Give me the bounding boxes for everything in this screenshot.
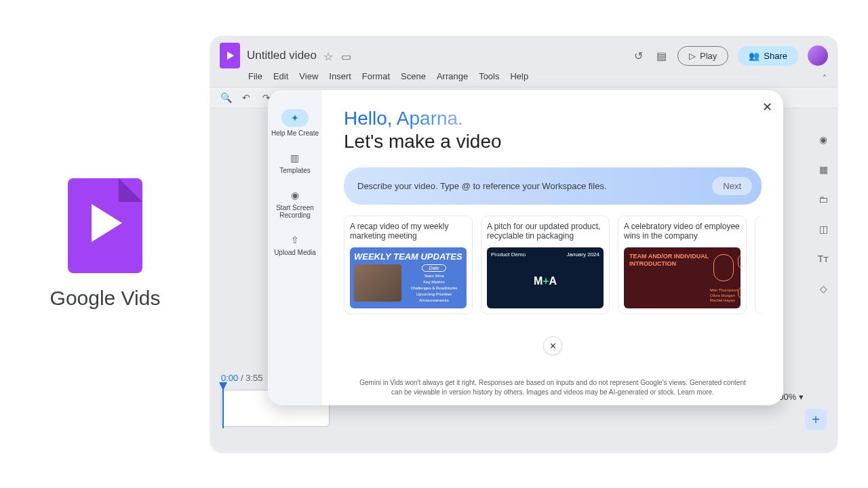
app-window: Untitled video ☆ ▭ ↺ ▤ ▷ Play 👥 Share Fi…: [210, 36, 837, 452]
collapse-icon[interactable]: ˄: [823, 74, 827, 83]
menu-help[interactable]: Help: [510, 71, 528, 81]
menu-arrange[interactable]: Arrange: [437, 71, 468, 81]
shape-icon[interactable]: ◫: [814, 220, 832, 238]
promo-panel: Google Vids: [0, 178, 210, 310]
card-thumb: Product DemoJanuary 2024 M+A: [487, 247, 604, 308]
share-button[interactable]: 👥 Share: [738, 46, 798, 66]
time-current: 0:00: [221, 373, 238, 383]
history-icon[interactable]: ↺: [631, 49, 645, 62]
play-icon: ▷: [689, 51, 696, 61]
sidebar-item-label: Templates: [279, 167, 311, 174]
menu-tools[interactable]: Tools: [479, 71, 499, 81]
help-me-create-modal: ✦ Help Me Create ▥ Templates ◉ Start Scr…: [268, 90, 783, 405]
folder-icon[interactable]: 🗀: [814, 190, 832, 208]
vids-logo-large: [68, 178, 142, 273]
hero-subtitle: Let's make a video: [344, 131, 762, 152]
move-icon[interactable]: ▭: [341, 50, 352, 61]
sidebar-item-label: Help Me Create: [271, 129, 319, 137]
templates-icon: ▥: [289, 152, 301, 164]
right-rail: ◉ ▦ 🗀 ◫ Tᴛ ◇: [814, 131, 832, 298]
prompt-input[interactable]: Describe your video. Type @ to reference…: [344, 167, 762, 205]
menu-insert[interactable]: Insert: [329, 71, 351, 81]
suggestion-card[interactable]: A celebratory video of employee wins in …: [618, 216, 747, 314]
sidebar-item-templates[interactable]: ▥ Templates: [279, 152, 311, 174]
star-icon[interactable]: ☆: [323, 50, 334, 61]
search-icon[interactable]: 🔍: [220, 92, 232, 104]
suggestion-card-peek[interactable]: [755, 216, 762, 314]
comments-icon[interactable]: ▤: [654, 49, 668, 62]
suggestion-card[interactable]: A pitch for our updated product, recycla…: [481, 216, 610, 314]
sidebar-item-recording[interactable]: ◉ Start Screen Recording: [271, 189, 319, 219]
close-icon[interactable]: ✕: [762, 100, 772, 115]
playhead-line: [222, 388, 224, 428]
undo-icon[interactable]: ↶: [240, 92, 252, 104]
play-button[interactable]: ▷ Play: [677, 46, 728, 66]
card-thumb: WEEKLY TEAM UPDATES Date Team Wins Key M…: [350, 247, 467, 308]
next-button[interactable]: Next: [712, 177, 752, 195]
modal-sidebar: ✦ Help Me Create ▥ Templates ◉ Start Scr…: [268, 90, 322, 405]
time-total: 3:55: [245, 373, 262, 383]
document-title[interactable]: Untitled video: [247, 49, 317, 62]
text-icon[interactable]: Tᴛ: [814, 250, 832, 268]
menu-bar: File Edit View Insert Format Scene Arran…: [210, 68, 837, 87]
menu-format[interactable]: Format: [362, 71, 390, 81]
sidebar-item-upload[interactable]: ⇧ Upload Media: [274, 234, 316, 256]
media-icon[interactable]: ▦: [814, 161, 832, 178]
thumb-image: [354, 264, 401, 302]
sidebar-item-label: Upload Media: [274, 249, 316, 256]
menu-file[interactable]: File: [248, 71, 262, 81]
vids-logo-small: [220, 43, 240, 68]
menu-view[interactable]: View: [299, 71, 318, 81]
share-label: Share: [764, 51, 787, 61]
record-icon[interactable]: ◉: [814, 131, 832, 148]
account-avatar[interactable]: [808, 45, 828, 66]
record-icon: ◉: [289, 189, 301, 201]
sidebar-item-label: Start Screen Recording: [271, 204, 319, 219]
play-label: Play: [700, 51, 717, 61]
add-scene-button[interactable]: +: [805, 409, 827, 430]
card-thumb: TEAM AND/OR INDIVIDUAL INTRODUCTION Max …: [624, 247, 741, 308]
card-title: A celebratory video of employee wins in …: [624, 222, 741, 242]
prompt-placeholder: Describe your video. Type @ to reference…: [357, 181, 705, 191]
shapes-tool-icon[interactable]: ◇: [814, 280, 832, 298]
upload-icon: ⇧: [289, 234, 301, 246]
card-title: A pitch for our updated product, recycla…: [487, 222, 604, 242]
suggestion-cards: A recap video of my weekly marketing mee…: [344, 216, 762, 314]
title-bar: Untitled video ☆ ▭ ↺ ▤ ▷ Play 👥 Share: [210, 36, 837, 68]
sparkle-icon: ✦: [291, 113, 299, 123]
share-icon: 👥: [749, 51, 760, 61]
card-title: A recap video of my weekly marketing mee…: [350, 222, 467, 242]
hero-greeting: Hello, Aparna.: [344, 108, 762, 129]
menu-edit[interactable]: Edit: [273, 71, 288, 81]
disclaimer-text: Gemini in Vids won't always get it right…: [344, 374, 762, 397]
sidebar-item-help-me-create[interactable]: ✦ Help Me Create: [271, 109, 319, 137]
promo-title: Google Vids: [50, 287, 161, 310]
menu-scene[interactable]: Scene: [401, 71, 426, 81]
suggestion-card[interactable]: A recap video of my weekly marketing mee…: [344, 216, 473, 314]
modal-body: ✕ Hello, Aparna. Let's make a video Desc…: [322, 90, 783, 405]
shuffle-button[interactable]: ✕: [543, 336, 562, 355]
